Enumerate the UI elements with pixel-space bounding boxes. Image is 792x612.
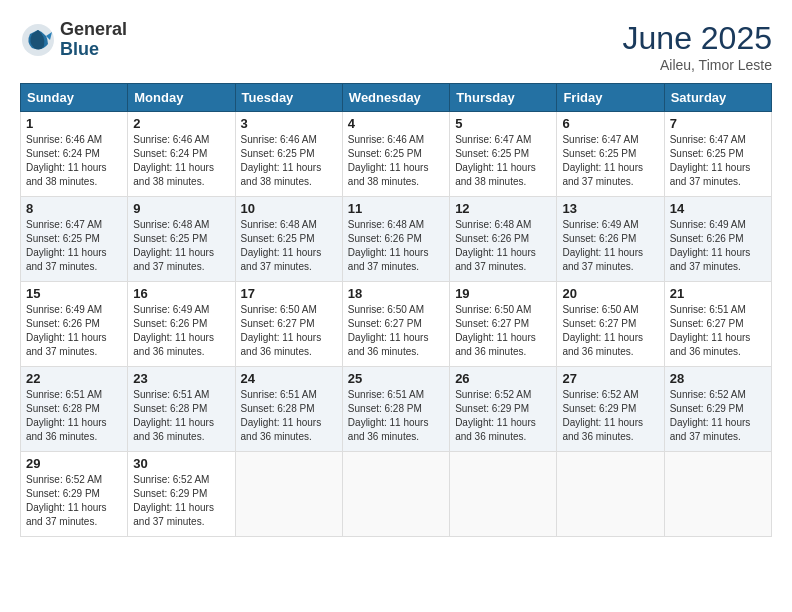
day-cell: 4Sunrise: 6:46 AMSunset: 6:25 PMDaylight… (342, 112, 449, 197)
day-number: 20 (562, 286, 658, 301)
day-cell: 8Sunrise: 6:47 AMSunset: 6:25 PMDaylight… (21, 197, 128, 282)
day-number: 29 (26, 456, 122, 471)
day-cell: 3Sunrise: 6:46 AMSunset: 6:25 PMDaylight… (235, 112, 342, 197)
day-cell: 16Sunrise: 6:49 AMSunset: 6:26 PMDayligh… (128, 282, 235, 367)
day-number: 23 (133, 371, 229, 386)
day-info: Sunrise: 6:51 AMSunset: 6:28 PMDaylight:… (241, 389, 322, 442)
day-cell: 5Sunrise: 6:47 AMSunset: 6:25 PMDaylight… (450, 112, 557, 197)
weekday-header-friday: Friday (557, 84, 664, 112)
weekday-header-sunday: Sunday (21, 84, 128, 112)
day-cell: 17Sunrise: 6:50 AMSunset: 6:27 PMDayligh… (235, 282, 342, 367)
day-number: 1 (26, 116, 122, 131)
weekday-header-row: SundayMondayTuesdayWednesdayThursdayFrid… (21, 84, 772, 112)
day-number: 9 (133, 201, 229, 216)
day-info: Sunrise: 6:49 AMSunset: 6:26 PMDaylight:… (670, 219, 751, 272)
day-number: 10 (241, 201, 337, 216)
calendar-table: SundayMondayTuesdayWednesdayThursdayFrid… (20, 83, 772, 537)
day-cell: 12Sunrise: 6:48 AMSunset: 6:26 PMDayligh… (450, 197, 557, 282)
day-number: 8 (26, 201, 122, 216)
day-info: Sunrise: 6:51 AMSunset: 6:28 PMDaylight:… (133, 389, 214, 442)
weekday-header-thursday: Thursday (450, 84, 557, 112)
day-info: Sunrise: 6:48 AMSunset: 6:25 PMDaylight:… (241, 219, 322, 272)
day-cell (557, 452, 664, 537)
day-number: 21 (670, 286, 766, 301)
logo-general: General (60, 20, 127, 40)
week-row-5: 29Sunrise: 6:52 AMSunset: 6:29 PMDayligh… (21, 452, 772, 537)
weekday-header-monday: Monday (128, 84, 235, 112)
day-number: 17 (241, 286, 337, 301)
day-info: Sunrise: 6:50 AMSunset: 6:27 PMDaylight:… (562, 304, 643, 357)
day-cell: 20Sunrise: 6:50 AMSunset: 6:27 PMDayligh… (557, 282, 664, 367)
day-cell: 26Sunrise: 6:52 AMSunset: 6:29 PMDayligh… (450, 367, 557, 452)
title-block: June 2025 Aileu, Timor Leste (623, 20, 772, 73)
day-cell: 11Sunrise: 6:48 AMSunset: 6:26 PMDayligh… (342, 197, 449, 282)
day-info: Sunrise: 6:52 AMSunset: 6:29 PMDaylight:… (562, 389, 643, 442)
day-cell: 19Sunrise: 6:50 AMSunset: 6:27 PMDayligh… (450, 282, 557, 367)
day-cell: 13Sunrise: 6:49 AMSunset: 6:26 PMDayligh… (557, 197, 664, 282)
day-cell: 21Sunrise: 6:51 AMSunset: 6:27 PMDayligh… (664, 282, 771, 367)
day-info: Sunrise: 6:52 AMSunset: 6:29 PMDaylight:… (455, 389, 536, 442)
logo-icon (20, 22, 56, 58)
day-info: Sunrise: 6:47 AMSunset: 6:25 PMDaylight:… (670, 134, 751, 187)
day-info: Sunrise: 6:50 AMSunset: 6:27 PMDaylight:… (348, 304, 429, 357)
logo: General Blue (20, 20, 127, 60)
day-info: Sunrise: 6:46 AMSunset: 6:25 PMDaylight:… (241, 134, 322, 187)
day-info: Sunrise: 6:46 AMSunset: 6:24 PMDaylight:… (26, 134, 107, 187)
weekday-header-tuesday: Tuesday (235, 84, 342, 112)
logo-blue: Blue (60, 40, 127, 60)
day-cell: 27Sunrise: 6:52 AMSunset: 6:29 PMDayligh… (557, 367, 664, 452)
calendar-location: Aileu, Timor Leste (623, 57, 772, 73)
day-number: 19 (455, 286, 551, 301)
day-number: 16 (133, 286, 229, 301)
day-cell: 18Sunrise: 6:50 AMSunset: 6:27 PMDayligh… (342, 282, 449, 367)
day-info: Sunrise: 6:52 AMSunset: 6:29 PMDaylight:… (133, 474, 214, 527)
day-cell (235, 452, 342, 537)
day-number: 15 (26, 286, 122, 301)
weekday-header-saturday: Saturday (664, 84, 771, 112)
day-cell: 29Sunrise: 6:52 AMSunset: 6:29 PMDayligh… (21, 452, 128, 537)
day-number: 30 (133, 456, 229, 471)
day-number: 3 (241, 116, 337, 131)
day-cell (342, 452, 449, 537)
day-info: Sunrise: 6:48 AMSunset: 6:25 PMDaylight:… (133, 219, 214, 272)
day-number: 26 (455, 371, 551, 386)
week-row-4: 22Sunrise: 6:51 AMSunset: 6:28 PMDayligh… (21, 367, 772, 452)
day-number: 24 (241, 371, 337, 386)
day-info: Sunrise: 6:51 AMSunset: 6:28 PMDaylight:… (348, 389, 429, 442)
page-header: General Blue June 2025 Aileu, Timor Lest… (20, 20, 772, 73)
day-info: Sunrise: 6:49 AMSunset: 6:26 PMDaylight:… (562, 219, 643, 272)
day-number: 22 (26, 371, 122, 386)
day-cell: 28Sunrise: 6:52 AMSunset: 6:29 PMDayligh… (664, 367, 771, 452)
week-row-3: 15Sunrise: 6:49 AMSunset: 6:26 PMDayligh… (21, 282, 772, 367)
day-number: 7 (670, 116, 766, 131)
day-number: 5 (455, 116, 551, 131)
day-cell: 14Sunrise: 6:49 AMSunset: 6:26 PMDayligh… (664, 197, 771, 282)
day-number: 2 (133, 116, 229, 131)
day-number: 13 (562, 201, 658, 216)
day-info: Sunrise: 6:46 AMSunset: 6:24 PMDaylight:… (133, 134, 214, 187)
day-number: 18 (348, 286, 444, 301)
day-number: 4 (348, 116, 444, 131)
day-info: Sunrise: 6:52 AMSunset: 6:29 PMDaylight:… (670, 389, 751, 442)
day-info: Sunrise: 6:46 AMSunset: 6:25 PMDaylight:… (348, 134, 429, 187)
day-cell: 9Sunrise: 6:48 AMSunset: 6:25 PMDaylight… (128, 197, 235, 282)
weekday-header-wednesday: Wednesday (342, 84, 449, 112)
day-number: 25 (348, 371, 444, 386)
day-cell (450, 452, 557, 537)
day-number: 14 (670, 201, 766, 216)
day-cell (664, 452, 771, 537)
day-cell: 15Sunrise: 6:49 AMSunset: 6:26 PMDayligh… (21, 282, 128, 367)
day-cell: 25Sunrise: 6:51 AMSunset: 6:28 PMDayligh… (342, 367, 449, 452)
day-info: Sunrise: 6:52 AMSunset: 6:29 PMDaylight:… (26, 474, 107, 527)
day-info: Sunrise: 6:51 AMSunset: 6:28 PMDaylight:… (26, 389, 107, 442)
day-info: Sunrise: 6:48 AMSunset: 6:26 PMDaylight:… (348, 219, 429, 272)
day-info: Sunrise: 6:48 AMSunset: 6:26 PMDaylight:… (455, 219, 536, 272)
week-row-2: 8Sunrise: 6:47 AMSunset: 6:25 PMDaylight… (21, 197, 772, 282)
day-info: Sunrise: 6:47 AMSunset: 6:25 PMDaylight:… (455, 134, 536, 187)
day-cell: 24Sunrise: 6:51 AMSunset: 6:28 PMDayligh… (235, 367, 342, 452)
day-info: Sunrise: 6:47 AMSunset: 6:25 PMDaylight:… (26, 219, 107, 272)
day-cell: 2Sunrise: 6:46 AMSunset: 6:24 PMDaylight… (128, 112, 235, 197)
day-number: 27 (562, 371, 658, 386)
day-info: Sunrise: 6:49 AMSunset: 6:26 PMDaylight:… (26, 304, 107, 357)
day-number: 11 (348, 201, 444, 216)
